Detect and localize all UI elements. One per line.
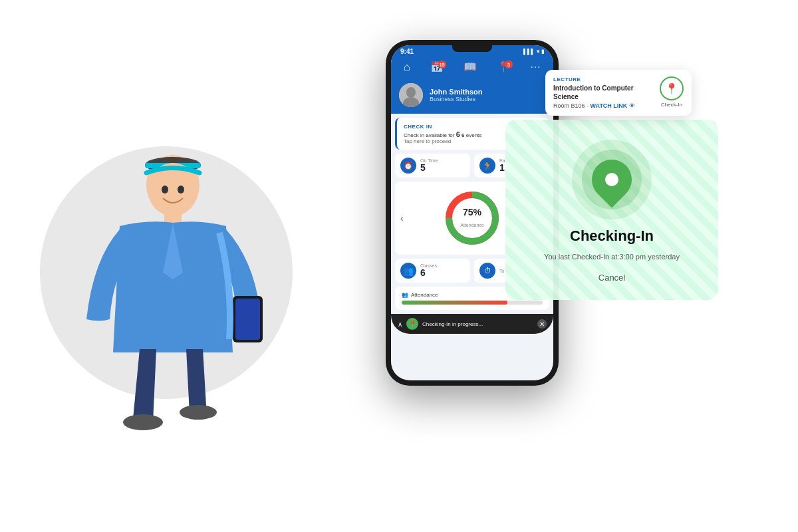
checkin-label: CHECK IN bbox=[404, 124, 432, 130]
checkin-circle-icon: 📍 bbox=[660, 76, 684, 100]
nav-book[interactable]: 📖 bbox=[464, 62, 477, 72]
more-icon: ⋯ bbox=[530, 62, 541, 72]
person-illustration bbox=[33, 86, 332, 519]
timer-icon: ⏱ bbox=[479, 263, 495, 279]
attendance-percent: 75% bbox=[460, 207, 483, 217]
bar-text: Checking-In in progress... bbox=[422, 321, 533, 327]
timer-info: To bbox=[499, 269, 504, 273]
checking-in-title: Checking-In bbox=[570, 227, 654, 245]
svg-point-9 bbox=[123, 414, 163, 430]
progress-label: 👥 Attendance bbox=[402, 292, 438, 298]
checking-in-bar[interactable]: ∧ 📍 Checking-In in progress... ✕ bbox=[391, 314, 553, 334]
on-time-value: 5 bbox=[420, 163, 438, 173]
progress-bar-fill bbox=[402, 301, 507, 305]
on-time-info: On Time 5 bbox=[420, 158, 438, 173]
progress-text: Attendance bbox=[411, 292, 438, 298]
svg-point-10 bbox=[180, 405, 217, 420]
profile-name: John Smithson bbox=[430, 88, 482, 96]
bar-expand-icon: ∧ bbox=[398, 321, 402, 328]
donut-center: 75% Attendance bbox=[460, 207, 483, 229]
early-icon: 🏃 bbox=[479, 158, 495, 174]
checking-in-overlay: Checking-In You last Checked-In at:3:00 … bbox=[505, 120, 718, 300]
on-time-icon: ⏰ bbox=[400, 158, 416, 174]
profile-section: John Smithson Business Studies bbox=[391, 78, 553, 114]
checkin-button[interactable]: 📍 Check-In bbox=[660, 76, 684, 108]
classes-value: 6 bbox=[420, 268, 437, 278]
svg-point-5 bbox=[178, 186, 184, 194]
nav-home[interactable]: ⌂ bbox=[404, 62, 410, 72]
bar-close-icon[interactable]: ✕ bbox=[537, 319, 547, 329]
lecture-type: LECTURE bbox=[553, 76, 653, 82]
svg-rect-8 bbox=[235, 299, 260, 340]
nav-calendar[interactable]: 📅 15 bbox=[430, 62, 444, 72]
location-pulse bbox=[572, 140, 652, 219]
progress-icon: 👥 bbox=[402, 292, 408, 298]
location-badge: 3 bbox=[505, 61, 513, 68]
battery-icon: ▮ bbox=[541, 49, 544, 55]
lecture-room: Room B106 - WATCH LINK 👁 bbox=[553, 102, 653, 109]
watch-icon: 👁 bbox=[629, 102, 635, 109]
nav-location[interactable]: 📍 3 bbox=[497, 62, 510, 72]
phone-notch bbox=[452, 45, 492, 52]
home-icon: ⌂ bbox=[404, 62, 410, 72]
avatar bbox=[399, 83, 423, 107]
checking-in-subtitle: You last Checked-In at:3:00 pm yesterday bbox=[544, 253, 680, 261]
calendar-badge: 15 bbox=[438, 61, 446, 68]
svg-point-12 bbox=[406, 87, 416, 98]
stat-on-time: ⏰ On Time 5 bbox=[395, 154, 470, 178]
checkin-events-count: 6 bbox=[456, 130, 460, 138]
svg-point-4 bbox=[162, 186, 168, 194]
profile-subtitle: Business Studies bbox=[430, 96, 482, 102]
chart-nav-left[interactable]: ‹ bbox=[400, 213, 404, 223]
stat-classes: 👥 Classes 6 bbox=[395, 259, 470, 283]
bar-location-icon: 📍 bbox=[406, 318, 418, 330]
donut-chart: 75% Attendance bbox=[442, 188, 502, 248]
watch-link[interactable]: WATCH LINK bbox=[591, 102, 628, 109]
wifi-icon: ▾ bbox=[537, 49, 539, 55]
navigation-bar: ⌂ 📅 15 📖 📍 3 ⋯ bbox=[391, 58, 553, 78]
cancel-button[interactable]: Cancel bbox=[585, 269, 638, 287]
signal-icon: ▌▌▌ bbox=[523, 49, 535, 55]
classes-icon: 👥 bbox=[400, 263, 416, 279]
status-icons: ▌▌▌ ▾ ▮ bbox=[523, 49, 544, 55]
attendance-label: Attendance bbox=[460, 223, 483, 227]
nav-more[interactable]: ⋯ bbox=[530, 62, 541, 72]
book-icon: 📖 bbox=[464, 62, 477, 72]
profile-info: John Smithson Business Studies bbox=[430, 88, 482, 102]
timer-label: To bbox=[499, 269, 504, 273]
classes-info: Classes 6 bbox=[420, 263, 437, 278]
lecture-card: LECTURE Introduction to Computer Science… bbox=[545, 70, 692, 116]
lecture-title: Introduction to Computer Science bbox=[553, 84, 653, 101]
status-time: 9:41 bbox=[400, 48, 414, 55]
lecture-info: LECTURE Introduction to Computer Science… bbox=[553, 76, 653, 109]
progress-bar-background bbox=[402, 301, 543, 305]
checkin-btn-label: Check-In bbox=[661, 102, 682, 108]
